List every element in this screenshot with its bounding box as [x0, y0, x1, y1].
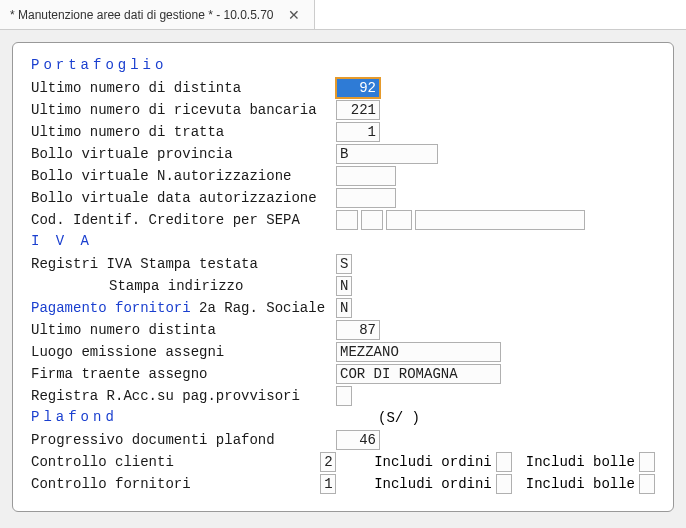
label-bollo-data: Bollo virtuale data autorizzazione — [31, 190, 336, 206]
label-luogo-assegni: Luogo emissione assegni — [31, 344, 336, 360]
input-cf-ordini[interactable] — [496, 474, 512, 494]
section-portafoglio: Portafoglio — [31, 57, 167, 73]
input-stampa-indirizzo[interactable] — [336, 276, 352, 296]
input-prog-plafond[interactable] — [336, 430, 380, 450]
section-plafond: Plafond — [31, 409, 336, 425]
tab-title: * Manutenzione aree dati di gestione * -… — [10, 8, 274, 22]
tab-bar: * Manutenzione aree dati di gestione * -… — [0, 0, 686, 30]
label-firma-traente: Firma traente assegno — [31, 366, 336, 382]
input-cc-bolle[interactable] — [639, 452, 655, 472]
label-cod-sepa: Cod. Identif. Creditore per SEPA — [31, 212, 336, 228]
input-ultimo-distinta2[interactable] — [336, 320, 380, 340]
input-sepa-2[interactable] — [361, 210, 383, 230]
plafond-suffix: (S/ ) — [378, 410, 420, 426]
input-controllo-fornitori[interactable] — [320, 474, 336, 494]
label-cc-bolle: Includi bolle — [526, 454, 635, 470]
label-bollo-aut: Bollo virtuale N.autorizzazione — [31, 168, 336, 184]
label-registra-racc: Registra R.Acc.su pag.provvisori — [31, 388, 336, 404]
input-bollo-data[interactable] — [336, 188, 396, 208]
label-cf-ordini: Includi ordini — [374, 476, 492, 492]
close-icon[interactable]: ✕ — [284, 7, 304, 23]
input-cf-bolle[interactable] — [639, 474, 655, 494]
input-luogo-assegni[interactable] — [336, 342, 501, 362]
label-ultimo-ricevuta: Ultimo numero di ricevuta bancaria — [31, 102, 336, 118]
label-ultimo-distinta: Ultimo numero di distinta — [31, 80, 336, 96]
label-prog-plafond: Progressivo documenti plafond — [31, 432, 336, 448]
tab-active[interactable]: * Manutenzione aree dati di gestione * -… — [0, 0, 315, 29]
input-registri-iva[interactable] — [336, 254, 352, 274]
input-bollo-prov[interactable] — [336, 144, 438, 164]
input-controllo-clienti[interactable] — [320, 452, 336, 472]
label-cc-ordini: Includi ordini — [374, 454, 492, 470]
input-sepa-4[interactable] — [415, 210, 585, 230]
label-controllo-fornitori: Controllo fornitori — [31, 476, 320, 492]
label-stampa-indirizzo: Stampa indirizzo — [31, 278, 336, 294]
form-panel: Portafoglio Ultimo numero di distinta Ul… — [12, 42, 674, 512]
label-cf-bolle: Includi bolle — [526, 476, 635, 492]
section-iva: I V A — [31, 233, 93, 249]
label-pag-fornitori: Pagamento fornitori 2a Rag. Sociale — [31, 300, 336, 316]
label-ultimo-distinta2: Ultimo numero distinta — [31, 322, 336, 338]
input-sepa-3[interactable] — [386, 210, 412, 230]
input-registra-racc[interactable] — [336, 386, 352, 406]
input-pag-fornitori[interactable] — [336, 298, 352, 318]
label-bollo-prov: Bollo virtuale provincia — [31, 146, 336, 162]
input-cc-ordini[interactable] — [496, 452, 512, 472]
input-firma-traente[interactable] — [336, 364, 501, 384]
input-ultimo-distinta[interactable] — [336, 78, 380, 98]
input-ultimo-tratta[interactable] — [336, 122, 380, 142]
input-sepa-1[interactable] — [336, 210, 358, 230]
label-ultimo-tratta: Ultimo numero di tratta — [31, 124, 336, 140]
input-bollo-aut[interactable] — [336, 166, 396, 186]
label-registri-iva: Registri IVA Stampa testata — [31, 256, 336, 272]
input-ultimo-ricevuta[interactable] — [336, 100, 380, 120]
label-controllo-clienti: Controllo clienti — [31, 454, 320, 470]
